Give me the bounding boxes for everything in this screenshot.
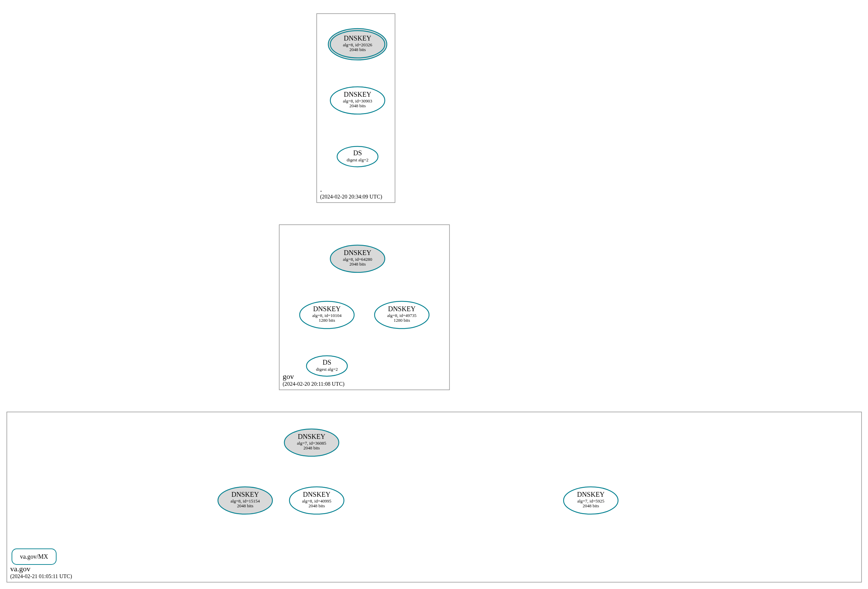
node-line3: 2048 bits <box>583 503 599 508</box>
node-line2: alg=8, id=10104 <box>312 313 342 318</box>
node-line3: 2048 bits <box>309 503 325 508</box>
zone-label-vagov: va.gov <box>10 564 30 573</box>
node-line2: alg=7, id=5925 <box>577 499 604 503</box>
node-line3: 1280 bits <box>319 317 335 323</box>
node-root_zsk[interactable]: DNSKEYalg=8, id=309032048 bits <box>330 87 385 114</box>
node-title: DNSKEY <box>313 305 341 313</box>
node-line2: digest alg=2 <box>347 157 368 162</box>
node-line3: 2048 bits <box>349 261 366 267</box>
node-line3: 1280 bits <box>394 317 410 323</box>
dnssec-graph: DNSKEYalg=8, id=203262048 bitsDNSKEYalg=… <box>0 0 868 589</box>
node-line2: alg=8, id=15154 <box>230 499 260 503</box>
node-title: DNSKEY <box>344 249 371 256</box>
node-title: DNSKEY <box>344 90 371 98</box>
node-line2: digest alg=2 <box>316 367 338 372</box>
node-line2: alg=8, id=40995 <box>302 499 331 503</box>
zone-vagov <box>7 412 862 582</box>
node-gov_zsk2[interactable]: DNSKEYalg=8, id=497351280 bits <box>375 301 429 329</box>
node-root_ksk[interactable]: DNSKEYalg=8, id=203262048 bits <box>328 29 387 60</box>
node-gov_ds[interactable]: DSdigest alg=2 <box>307 356 347 376</box>
node-title: DNSKEY <box>298 433 325 440</box>
node-root_ds[interactable]: DSdigest alg=2 <box>337 146 378 167</box>
node-line2: alg=7, id=36085 <box>297 441 326 446</box>
node-title: DS <box>353 149 362 156</box>
node-title: DS <box>322 359 331 366</box>
node-line2: alg=8, id=49735 <box>387 313 416 318</box>
rrset-rr0[interactable]: va.gov/MX <box>12 549 56 564</box>
node-title: DNSKEY <box>388 305 415 313</box>
node-gov_zsk1[interactable]: DNSKEYalg=8, id=101041280 bits <box>300 301 354 329</box>
zone-ts-gov: (2024-02-20 20:11:08 UTC) <box>283 381 345 387</box>
node-title: DNSKEY <box>344 34 371 42</box>
node-line2: alg=8, id=30903 <box>343 98 372 103</box>
zone-ts-vagov: (2024-02-21 01:05:11 UTC) <box>10 573 72 579</box>
node-line2: alg=8, id=64280 <box>343 257 372 262</box>
node-line3: 2048 bits <box>303 445 320 450</box>
node-va_k40995[interactable]: DNSKEYalg=8, id=409952048 bits <box>289 487 344 514</box>
node-va_k15154[interactable]: DNSKEYalg=8, id=151542048 bits <box>218 487 272 514</box>
node-line2: alg=8, id=20326 <box>343 42 372 47</box>
node-title: DNSKEY <box>577 491 604 498</box>
node-title: DNSKEY <box>303 491 330 498</box>
node-va_ksk[interactable]: DNSKEYalg=7, id=360852048 bits <box>284 429 339 456</box>
node-line3: 2048 bits <box>349 103 366 108</box>
node-title: DNSKEY <box>231 491 259 498</box>
node-va_k5925[interactable]: DNSKEYalg=7, id=59252048 bits <box>564 487 618 514</box>
node-line3: 2048 bits <box>237 503 253 508</box>
rrset-label: va.gov/MX <box>20 553 48 560</box>
zone-label-gov: gov <box>283 372 294 381</box>
node-line3: 2048 bits <box>349 47 366 52</box>
zone-label-root: . <box>320 185 322 193</box>
node-gov_ksk[interactable]: DNSKEYalg=8, id=642802048 bits <box>330 245 385 272</box>
zone-ts-root: (2024-02-20 20:34:09 UTC) <box>320 194 382 200</box>
